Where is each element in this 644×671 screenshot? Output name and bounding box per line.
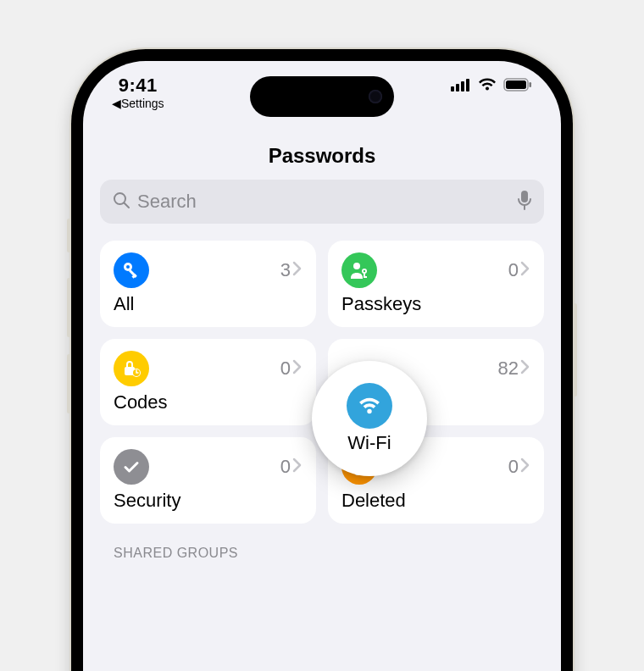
wifi-status-icon xyxy=(478,78,497,92)
svg-rect-23 xyxy=(353,461,366,463)
volume-up-button xyxy=(67,278,71,337)
microphone-icon[interactable] xyxy=(517,190,532,214)
card-codes[interactable]: 0 Codes xyxy=(100,339,316,425)
trash-icon xyxy=(341,449,377,485)
count-codes: 0 xyxy=(280,358,291,380)
content: Passwords 3 xyxy=(83,144,561,561)
search-field[interactable] xyxy=(100,180,544,224)
svg-rect-3 xyxy=(466,79,469,92)
svg-rect-19 xyxy=(364,276,367,278)
search-input[interactable] xyxy=(137,191,510,213)
svg-rect-24 xyxy=(357,465,358,473)
chevron-right-icon xyxy=(292,458,303,476)
chevron-right-icon xyxy=(520,261,530,280)
status-time: 9:41 xyxy=(119,75,158,97)
svg-rect-5 xyxy=(506,80,526,89)
check-icon xyxy=(114,449,149,485)
battery-icon xyxy=(503,78,532,92)
card-wifi[interactable]: 82 Wi-Fi xyxy=(328,339,544,425)
section-shared-groups: SHARED GROUPS xyxy=(100,546,544,561)
svg-rect-9 xyxy=(521,191,528,202)
page-title: Passwords xyxy=(100,144,544,168)
svg-rect-25 xyxy=(360,465,361,473)
chevron-right-icon xyxy=(520,359,530,378)
card-passkeys[interactable]: 0 Passkeys xyxy=(328,241,544,327)
categories-grid: 3 All 0 xyxy=(100,241,544,524)
screen: 9:41 ◀︎ Settings Passwords xyxy=(83,61,561,671)
count-deleted: 0 xyxy=(508,456,519,478)
chevron-left-icon: ◀︎ xyxy=(112,97,121,110)
svg-rect-0 xyxy=(451,86,454,92)
search-icon xyxy=(112,191,130,213)
dynamic-island xyxy=(250,76,394,117)
card-security[interactable]: 0 Security xyxy=(100,437,316,524)
svg-rect-6 xyxy=(530,82,532,87)
label-codes: Codes xyxy=(114,391,303,413)
svg-point-12 xyxy=(126,265,130,269)
lock-clock-icon xyxy=(114,351,149,386)
power-button xyxy=(573,303,577,396)
chevron-right-icon xyxy=(292,261,303,280)
svg-point-17 xyxy=(364,270,365,272)
svg-rect-2 xyxy=(461,81,464,92)
cellular-icon xyxy=(451,78,471,92)
label-deleted: Deleted xyxy=(341,490,530,512)
count-all: 3 xyxy=(280,259,291,281)
label-all: All xyxy=(114,293,303,315)
svg-line-8 xyxy=(125,203,130,208)
volume-down-button xyxy=(67,354,71,413)
count-security: 0 xyxy=(280,456,291,478)
chevron-right-icon xyxy=(292,359,303,378)
card-all[interactable]: 3 All xyxy=(100,241,316,327)
card-deleted[interactable]: 0 Deleted xyxy=(328,437,544,524)
phone-frame: 9:41 ◀︎ Settings Passwords xyxy=(71,49,573,671)
camera-dot xyxy=(369,90,382,103)
back-label: Settings xyxy=(121,97,164,110)
key-icon xyxy=(114,252,149,288)
person-key-icon xyxy=(341,252,377,288)
mute-switch xyxy=(67,219,71,252)
label-passkeys: Passkeys xyxy=(341,293,530,315)
count-wifi: 82 xyxy=(498,358,519,380)
svg-point-15 xyxy=(353,263,360,269)
svg-rect-1 xyxy=(456,84,459,92)
status-right xyxy=(451,78,532,92)
back-to-settings-link[interactable]: ◀︎ Settings xyxy=(112,97,164,110)
count-passkeys: 0 xyxy=(508,259,519,281)
chevron-right-icon xyxy=(520,458,530,476)
label-security: Security xyxy=(114,490,303,512)
